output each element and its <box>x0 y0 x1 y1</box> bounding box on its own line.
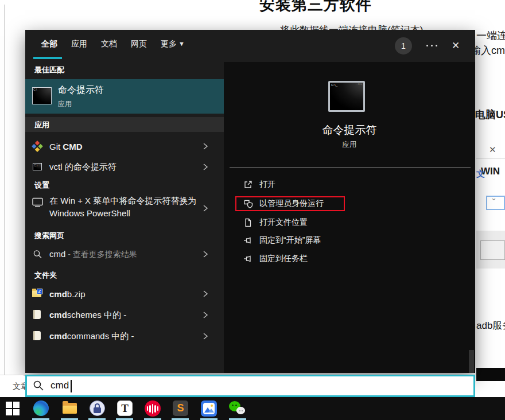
result-cmdschemes[interactable]: cmdschemes 中的 - <box>25 305 224 325</box>
text-cursor <box>71 380 72 392</box>
page-title: 安装第三方软件 <box>259 0 372 15</box>
chevron-right-icon[interactable] <box>202 310 209 320</box>
search-input[interactable]: cmd <box>25 375 475 397</box>
ximalaya-audio-icon[interactable] <box>145 400 161 417</box>
photos-app-icon[interactable] <box>201 400 217 417</box>
chevron-right-icon[interactable] <box>202 142 209 151</box>
action-pin-to-taskbar[interactable]: 固定到任务栏 <box>25 251 475 266</box>
detail-divider <box>230 168 471 168</box>
page-fragment-text: adb服务 <box>476 319 505 332</box>
notification-badge[interactable]: 1 <box>395 37 412 55</box>
page-select-dropdown[interactable]: ⌄ <box>486 196 505 210</box>
zip-folder-icon: Z <box>32 289 44 298</box>
section-header-apps: 应用 <box>25 117 224 132</box>
chevron-down-icon: ⌄ <box>491 193 497 202</box>
detail-title: 命令提示符 <box>224 123 475 138</box>
scrollbar-thumb[interactable] <box>469 350 474 373</box>
command-prompt-icon <box>33 163 42 170</box>
page-fragment-text: 一端连 <box>476 29 505 42</box>
ellipsis-menu-icon[interactable] <box>426 45 437 46</box>
section-header-folders: 文件夹 <box>34 270 57 281</box>
command-prompt-icon <box>32 87 52 104</box>
chevron-right-icon[interactable] <box>202 204 209 213</box>
tab-documents[interactable]: 文档 <box>101 39 117 49</box>
page-bottom-left-fragment: 文章 <box>0 375 27 397</box>
result-cmdb-zip[interactable]: Z cmdb.zip <box>25 283 224 304</box>
result-git-cmd[interactable]: Git CMD <box>25 136 224 157</box>
translate-icon: 文 <box>476 169 485 180</box>
close-icon[interactable]: ✕ <box>452 40 460 52</box>
folder-icon <box>33 310 41 319</box>
file-explorer-icon[interactable] <box>62 400 77 416</box>
open-icon <box>243 180 252 189</box>
chevron-down-icon: ▼ <box>178 40 185 47</box>
command-prompt-icon-large <box>328 81 365 112</box>
result-vctl-cmd[interactable]: vctl 的命令提示符 <box>25 157 224 177</box>
result-title: 命令提示符 <box>58 84 104 96</box>
tab-apps[interactable]: 应用 <box>71 39 87 49</box>
page-dark-band <box>476 368 505 381</box>
detail-subtitle: 应用 <box>224 140 475 150</box>
search-input-value: cmd <box>50 380 69 391</box>
file-location-icon <box>243 218 252 227</box>
tab-more[interactable]: 更多 <box>161 39 177 49</box>
action-run-as-administrator[interactable]: 以管理员身份运行 <box>235 196 345 211</box>
git-icon <box>32 141 42 151</box>
section-header-best-match: 最佳匹配 <box>34 65 64 75</box>
tab-web[interactable]: 网页 <box>131 39 147 49</box>
admin-shield-icon <box>243 199 254 209</box>
best-match-result-cmd[interactable]: 命令提示符 应用 <box>25 79 224 114</box>
pin-icon <box>243 236 252 245</box>
wechat-icon[interactable] <box>229 400 246 417</box>
search-icon <box>33 380 44 391</box>
action-pin-to-start[interactable]: 固定到“开始”屏幕 <box>25 233 475 248</box>
page-fragment-text: 输入cm <box>471 44 505 57</box>
taskbar: T S <box>0 397 505 420</box>
folder-icon <box>33 331 41 340</box>
page-button-fragment[interactable] <box>480 240 505 260</box>
keepass-icon[interactable] <box>90 400 105 416</box>
action-open-file-location[interactable]: 打开文件位置 <box>25 215 475 230</box>
monitor-icon <box>32 197 44 207</box>
action-open[interactable]: 打开 <box>25 177 475 192</box>
chevron-right-icon[interactable] <box>202 332 209 341</box>
page-close-icon[interactable]: ✕ <box>489 145 496 155</box>
windows-search-panel: 全部 应用 文档 网页 更多 ▼ 1 ✕ 最佳匹配 命令提示符 应用 应用 Gi… <box>25 30 475 373</box>
tab-all[interactable]: 全部 <box>41 39 57 49</box>
pin-icon <box>243 254 252 263</box>
chevron-right-icon[interactable] <box>202 289 209 298</box>
sublime-text-icon[interactable]: S <box>173 400 188 416</box>
result-cmdcommands[interactable]: cmdcommands 中的 - <box>25 326 224 347</box>
typora-icon[interactable]: T <box>117 400 133 416</box>
result-subtitle: 应用 <box>58 99 72 109</box>
windows-start-button[interactable] <box>6 402 20 415</box>
edge-browser-icon[interactable] <box>33 400 49 416</box>
active-tab-underline <box>33 57 62 59</box>
chevron-right-icon[interactable] <box>202 162 209 172</box>
page-divider <box>476 158 505 159</box>
screen: { "page": { "title": "安装第三方软件", "clipped… <box>0 0 505 420</box>
page-left-border <box>4 5 5 375</box>
